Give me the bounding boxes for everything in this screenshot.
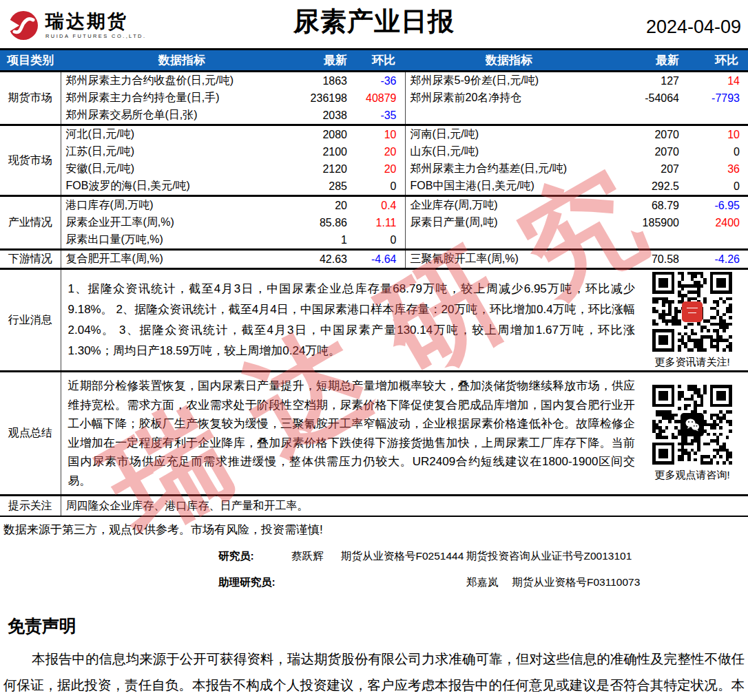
latest-cell: 20 [303, 196, 357, 215]
col-header-category: 项目类别 [0, 50, 61, 72]
latest-cell: 127 [613, 72, 689, 90]
indicator-cell: 郑州尿素前20名净持仓 [405, 89, 613, 107]
industry-news-text: 1、据隆众资讯统计，截至4月3日，中国尿素企业总库存量68.79万吨，较上周减少… [61, 275, 643, 365]
indicator-cell: 港口库存(周,万吨) [61, 196, 303, 215]
category-label: 产业情况 [0, 196, 61, 250]
latest-cell: 2120 [303, 160, 357, 178]
latest-cell: 292.5 [613, 178, 689, 196]
change-cell: 0 [689, 143, 748, 160]
change-cell: 10 [357, 125, 405, 144]
indicator-cell: FOB波罗的海(日,美元/吨) [61, 178, 303, 196]
indicator-cell: 尿素出口量(万吨,%) [61, 231, 303, 250]
assistant-cert: 期货从业资格号F03110073 [512, 575, 641, 590]
latest-cell [613, 231, 689, 250]
col-header-indicator-1: 数据指标 [61, 50, 303, 72]
summary-qr-caption: 更多观点请咨询! [642, 469, 742, 482]
viewpoint-summary-text: 近期部分检修装置恢复，国内尿素日产量提升，短期总产量增加概率较大，叠加淡储货物继… [61, 372, 643, 494]
latest-cell: 68.79 [613, 196, 689, 215]
indicator-cell: 河北(日,元/吨) [61, 125, 303, 144]
table-row: 尿素出口量(万吨,%)10 [0, 231, 748, 250]
change-cell: -36 [357, 72, 405, 90]
change-cell: 20 [357, 160, 405, 178]
report-header: 瑞达期货 RUIDA FUTURES CO.,LTD. 尿素产业日报 2024-… [0, 0, 748, 48]
table-row: 期货市场郑州尿素主力合约收盘价(日,元/吨)1863-36郑州尿素5-9价差(日… [0, 72, 748, 90]
col-header-indicator-2: 数据指标 [405, 50, 613, 72]
change-cell: -4.26 [689, 250, 748, 269]
latest-cell: 85.86 [303, 214, 357, 231]
latest-cell: 2080 [303, 125, 357, 144]
change-cell: 0 [357, 178, 405, 196]
indicator-cell: 复合肥开工率(周,%) [61, 250, 303, 269]
indicator-cell: 尿素日产量(周,吨) [405, 214, 613, 231]
indicator-cell: 安徽(日,元/吨) [61, 160, 303, 178]
table-row: 产业情况港口库存(周,万吨)200.4企业库存(周,万吨)68.79-6.95 [0, 196, 748, 215]
change-cell [689, 107, 748, 125]
indicator-cell: 郑州尿素主力合约收盘价(日,元/吨) [61, 72, 303, 90]
change-cell: -35 [357, 107, 405, 125]
latest-cell: 236198 [303, 89, 357, 107]
table-header: 项目类别 数据指标 最新 环比 数据指标 最新 环比 [0, 50, 748, 72]
col-header-latest-2: 最新 [613, 50, 689, 72]
watch-alert-row: 提示关注 周四隆众企业库存、港口库存、日产量和开工率。 [0, 496, 748, 517]
latest-cell: -54064 [613, 89, 689, 107]
col-header-latest-1: 最新 [303, 50, 357, 72]
indicator-cell: 郑州尿素5-9价差(日,元/吨) [405, 72, 613, 90]
news-qr-caption: 更多资讯请关注! [642, 356, 742, 369]
risk-note: 数据来源于第三方，观点仅供参考。市场有风险，投资需谨慎! [3, 522, 748, 538]
latest-cell: 2070 [613, 143, 689, 160]
report-date: 2024-04-09 [646, 17, 741, 38]
category-label: 下游情况 [0, 250, 61, 269]
indicator-cell [405, 107, 613, 125]
latest-cell: 42.63 [303, 250, 357, 269]
data-table: 项目类别 数据指标 最新 环比 数据指标 最新 环比 期货市场郑州尿素主力合约收… [0, 48, 748, 517]
researcher-name: 蔡跃辉 [291, 549, 341, 564]
latest-cell: 1863 [303, 72, 357, 90]
table-row: 下游情况复合肥开工率(周,%)42.63-4.64三聚氰胺开工率(周,%)70.… [0, 250, 748, 269]
change-cell: 1.11 [357, 214, 405, 231]
report-page: 瑞达研究 瑞达期货 RUIDA FUTURES CO.,LTD. 尿素产业日报 … [0, 0, 748, 700]
col-header-change-1: 环比 [357, 50, 405, 72]
table-row: 尿素企业开工率(周,%)85.861.11尿素日产量(周,吨)185900240… [0, 214, 748, 231]
indicator-cell: FOB中国主港(日,美元/吨) [405, 178, 613, 196]
viewpoint-summary-row: 观点总结 近期部分检修装置恢复，国内尿素日产量提升，短期总产量增加概率较大，叠加… [0, 372, 748, 496]
category-label: 提示关注 [0, 496, 61, 517]
text-rows: 行业消息 1、据隆众资讯统计，截至4月3日，中国尿素企业总库存量68.79万吨，… [0, 269, 748, 517]
disclaimer-title: 免责声明 [8, 615, 745, 637]
table-row: 现货市场河北(日,元/吨)208010河南(日,元/吨)207010 [0, 125, 748, 144]
table-row: 郑州尿素主力合约持仓量(日,手)23619840879郑州尿素前20名净持仓-5… [0, 89, 748, 107]
latest-cell: 2100 [303, 143, 357, 160]
assistant-label: 助理研究员: [218, 575, 291, 590]
change-cell: 0 [357, 231, 405, 250]
change-cell: 2400 [689, 214, 748, 231]
change-cell: 10 [689, 125, 748, 144]
table-row: 安徽(日,元/吨)212020郑州尿素主力合约基差(日,元/吨)20736 [0, 160, 748, 178]
indicator-cell: 山东(日,元/吨) [405, 143, 613, 160]
table-row: 郑州尿素交易所仓单(日,张)2038-35 [0, 107, 748, 125]
latest-cell: 185900 [613, 214, 689, 231]
latest-cell: 285 [303, 178, 357, 196]
indicator-cell: 河南(日,元/吨) [405, 125, 613, 144]
latest-cell: 1 [303, 231, 357, 250]
disclaimer-text: 本报告中的信息均来源于公开可获得资料，瑞达期货股份有限公司力求准确可靠，但对这些… [3, 646, 745, 700]
assistant-name: 郑嘉岚 [466, 575, 499, 590]
col-header-change-2: 环比 [689, 50, 748, 72]
change-cell: 14 [689, 72, 748, 90]
researcher-block: 研究员: 蔡跃辉 期货从业资格号F0251444 期货投资咨询从业证书号Z001… [218, 549, 748, 590]
change-cell: -4.64 [357, 250, 405, 269]
researcher-cert-1: 期货从业资格号F0251444 [341, 549, 466, 564]
industry-news-row: 行业消息 1、据隆众资讯统计，截至4月3日，中国尿素企业总库存量68.79万吨，… [0, 269, 748, 372]
indicator-cell: 郑州尿素交易所仓单(日,张) [61, 107, 303, 125]
latest-cell: 207 [613, 160, 689, 178]
change-cell: 40879 [357, 89, 405, 107]
latest-cell: 2070 [613, 125, 689, 144]
indicator-cell: 郑州尿素主力合约基差(日,元/吨) [405, 160, 613, 178]
ruida-logo-badge-icon [682, 301, 703, 322]
latest-cell: 70.58 [613, 250, 689, 269]
indicator-cell: 郑州尿素主力合约持仓量(日,手) [61, 89, 303, 107]
researcher-label: 研究员: [218, 549, 291, 564]
indicator-cell: 尿素企业开工率(周,%) [61, 214, 303, 231]
table-row: FOB波罗的海(日,美元/吨)2850FOB中国主港(日,美元/吨)292.50 [0, 178, 748, 196]
indicator-cell: 三聚氰胺开工率(周,%) [405, 250, 613, 269]
table-body: 期货市场郑州尿素主力合约收盘价(日,元/吨)1863-36郑州尿素5-9价差(日… [0, 72, 748, 269]
change-cell: -7793 [689, 89, 748, 107]
